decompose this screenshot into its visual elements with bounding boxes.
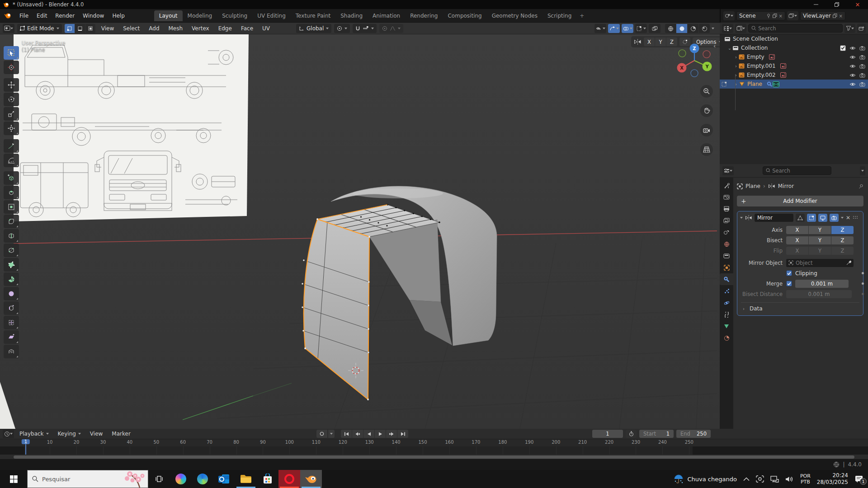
current-frame-field[interactable]: 1 bbox=[592, 430, 623, 438]
panel-collapse-chevron[interactable] bbox=[740, 217, 743, 219]
axis-z-button[interactable]: Z bbox=[831, 226, 854, 234]
modifier-realtime-toggle[interactable] bbox=[818, 214, 827, 222]
tool-shear[interactable] bbox=[4, 330, 19, 344]
outliner-row-scene-collection[interactable]: Scene Collection bbox=[720, 34, 868, 43]
tool-spin[interactable] bbox=[4, 272, 19, 286]
hide-eye-icon[interactable] bbox=[849, 55, 856, 60]
outliner-search-input[interactable] bbox=[758, 25, 840, 32]
tab-constraints[interactable] bbox=[720, 309, 733, 320]
menu-file[interactable]: File bbox=[15, 11, 33, 21]
tool-edge-slide[interactable] bbox=[4, 301, 19, 315]
data-subpanel-header[interactable]: › Data bbox=[741, 302, 859, 312]
tab-scene[interactable] bbox=[720, 226, 733, 238]
axis-x-button[interactable]: X bbox=[786, 226, 808, 234]
disable-camera-icon[interactable] bbox=[859, 82, 865, 87]
gizmo-extras-dropdown[interactable] bbox=[635, 24, 647, 33]
bisect-x-button[interactable]: X bbox=[786, 236, 808, 244]
scene-browse-button[interactable] bbox=[723, 11, 735, 20]
tool-bevel[interactable] bbox=[4, 215, 19, 228]
tool-measure[interactable] bbox=[4, 154, 19, 167]
unlink-scene-icon[interactable]: × bbox=[779, 14, 783, 19]
tab-modeling[interactable]: Modeling bbox=[183, 10, 217, 21]
timeline-editor-type-button[interactable] bbox=[3, 429, 14, 438]
minimize-button[interactable] bbox=[806, 0, 826, 9]
capture-icon[interactable] bbox=[756, 475, 764, 483]
expand-chevron-icon[interactable]: › bbox=[733, 55, 739, 60]
shading-material-button[interactable] bbox=[688, 24, 698, 33]
timeline-ruler[interactable]: 1102030405060708090100110120130140150160… bbox=[0, 439, 868, 446]
collapse-chevron-icon[interactable]: ⌄ bbox=[727, 46, 732, 51]
viewlayer-browse-button[interactable] bbox=[787, 11, 798, 20]
tab-scripting[interactable]: Scripting bbox=[542, 10, 576, 21]
taskbar-app-outlook[interactable] bbox=[213, 470, 235, 488]
hide-eye-icon[interactable] bbox=[849, 82, 856, 87]
clipping-anim-dot[interactable] bbox=[862, 272, 864, 274]
tray-expand-chevron-icon[interactable] bbox=[743, 477, 750, 481]
face-select-mode[interactable] bbox=[85, 24, 95, 33]
menu-render[interactable]: Render bbox=[51, 11, 79, 21]
outliner-row-plane[interactable]: › Plane bbox=[720, 80, 868, 89]
tab-tool[interactable] bbox=[720, 179, 733, 191]
timeline-track[interactable] bbox=[0, 446, 868, 455]
bisect-distance-anim-dot[interactable] bbox=[862, 293, 864, 295]
tab-output[interactable] bbox=[720, 203, 733, 215]
properties-options-button[interactable] bbox=[860, 166, 865, 175]
shading-wireframe-button[interactable] bbox=[665, 24, 676, 33]
menu-keying[interactable]: Keying bbox=[54, 429, 85, 438]
modifier-name-field[interactable]: Mirror bbox=[755, 214, 793, 222]
tool-select-box[interactable] bbox=[4, 46, 19, 60]
gizmo-axis-neg-x[interactable] bbox=[703, 51, 710, 58]
edge-select-mode[interactable] bbox=[75, 24, 85, 33]
blender-app-menu[interactable] bbox=[0, 11, 15, 21]
keying-dropdown[interactable] bbox=[328, 430, 335, 438]
disable-camera-icon[interactable] bbox=[859, 64, 865, 69]
mirror-x-button[interactable]: X bbox=[644, 38, 655, 46]
tab-collection-properties[interactable] bbox=[720, 250, 733, 262]
add-modifier-button[interactable]: + Add Modifier bbox=[737, 196, 863, 206]
tool-rip-region[interactable] bbox=[4, 345, 19, 358]
taskbar-app-copilot[interactable] bbox=[170, 470, 192, 488]
network-icon[interactable] bbox=[770, 476, 779, 483]
outliner-filter-image-button[interactable] bbox=[735, 24, 746, 33]
show-gizmos-toggle[interactable] bbox=[608, 24, 620, 33]
jump-to-start-button[interactable] bbox=[341, 430, 352, 438]
expand-chevron-icon[interactable]: › bbox=[733, 82, 739, 87]
mode-dropdown[interactable]: Edit Mode bbox=[17, 24, 62, 33]
tab-material[interactable] bbox=[720, 332, 733, 344]
properties-search-box[interactable] bbox=[763, 166, 831, 175]
play-button[interactable] bbox=[375, 430, 386, 438]
shading-solid-button[interactable] bbox=[676, 24, 687, 33]
snap-settings[interactable] bbox=[353, 24, 377, 33]
properties-editor-type-button[interactable] bbox=[722, 166, 734, 175]
object-type-visibility-dropdown[interactable] bbox=[594, 24, 606, 33]
breadcrumb-modifier[interactable]: Mirror bbox=[778, 183, 794, 189]
gizmo-axis-neg-z[interactable] bbox=[691, 70, 698, 77]
eyedropper-icon[interactable] bbox=[846, 260, 851, 265]
menu-mesh[interactable]: Mesh bbox=[165, 23, 186, 33]
flip-x-button[interactable]: X bbox=[786, 247, 808, 255]
hide-eye-icon[interactable] bbox=[849, 46, 856, 51]
new-collection-button[interactable] bbox=[857, 24, 866, 33]
tool-cursor[interactable] bbox=[4, 61, 19, 74]
menu-help[interactable]: Help bbox=[108, 11, 128, 21]
copy-icon[interactable] bbox=[833, 14, 837, 18]
proportional-edit-dropdown[interactable] bbox=[379, 24, 403, 33]
tool-knife[interactable] bbox=[4, 244, 19, 257]
weather-widget[interactable]: Chuva chegando bbox=[674, 474, 736, 484]
task-view-button[interactable] bbox=[148, 470, 170, 488]
tool-inset-faces[interactable] bbox=[4, 200, 19, 214]
transform-orientation-dropdown[interactable]: Global bbox=[296, 24, 331, 33]
pin-icon[interactable] bbox=[859, 184, 863, 189]
viewlayer-name-field[interactable]: ViewLayer × bbox=[800, 11, 845, 20]
disable-camera-icon[interactable] bbox=[859, 73, 865, 78]
menu-marker[interactable]: Marker bbox=[108, 429, 134, 438]
menu-view[interactable]: View bbox=[86, 429, 106, 438]
flip-y-button[interactable]: Y bbox=[809, 247, 831, 255]
shading-dropdown-chevron[interactable] bbox=[712, 28, 714, 29]
tab-geometry-nodes[interactable]: Geometry Nodes bbox=[487, 10, 542, 21]
current-frame-badge[interactable]: 1 bbox=[22, 439, 30, 444]
outliner-filter-button[interactable] bbox=[844, 24, 855, 33]
auto-keying-button[interactable] bbox=[316, 430, 327, 438]
pan-tool-button[interactable] bbox=[700, 104, 713, 117]
tab-rendering[interactable]: Rendering bbox=[405, 10, 443, 21]
